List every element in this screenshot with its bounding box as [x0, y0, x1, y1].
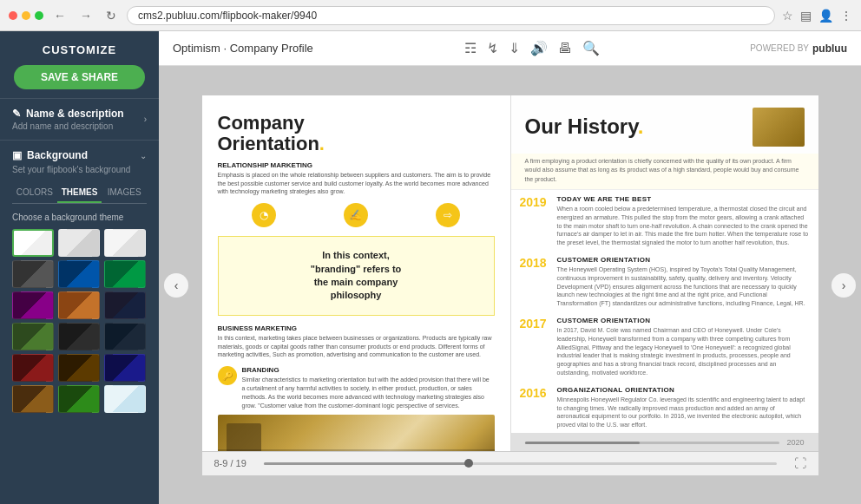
address-bar[interactable]: cms2.publuu.com/flipbook-maker/9940	[127, 6, 775, 25]
image-icon: ▣	[12, 149, 22, 161]
theme-swatch-14[interactable]	[104, 354, 146, 382]
flipbook-pages: CompanyOrientation. RELATIONSHIP MARKETI…	[202, 95, 818, 451]
back-button[interactable]: ←	[50, 7, 69, 24]
theme-swatch-4[interactable]	[58, 260, 100, 288]
choose-theme-label: Choose a background theme	[12, 213, 147, 222]
branding-title: BRANDING	[242, 366, 495, 374]
theme-swatch-7[interactable]	[58, 291, 100, 319]
theme-grid	[12, 229, 147, 413]
page-left-content: CompanyOrientation. RELATIONSHIP MARKETI…	[202, 95, 510, 451]
year-2018: 2018	[520, 256, 550, 308]
fullscreen-icon[interactable]: ⛶	[794, 456, 806, 470]
profile-icon[interactable]: 👤	[818, 9, 833, 23]
circle-icon-1: ◔	[252, 203, 276, 227]
pencil-icon: ✎	[12, 108, 21, 120]
theme-swatch-13[interactable]	[58, 354, 100, 382]
timeline-progress: 2020	[511, 433, 818, 451]
branding-row: 🔑 BRANDING Similar characteristics to ma…	[218, 366, 495, 409]
progress-year-label: 2020	[786, 438, 804, 447]
progress-thumb[interactable]	[464, 459, 473, 468]
theme-swatch-10[interactable]	[58, 323, 100, 350]
sidebar-title: CUSTOMIZE	[14, 43, 145, 56]
year-2019: 2019	[520, 195, 550, 247]
room-image	[218, 415, 495, 450]
timeline-title-2016: ORGANIZATIONAL ORIENTATION	[557, 386, 810, 394]
name-section-header[interactable]: ✎ Name & description Add name and descri…	[12, 108, 147, 131]
bg-section-title: ▣ Background	[12, 149, 88, 161]
bg-section-subtitle: Set your flipbook's background	[12, 165, 147, 174]
circle-icon-2: ✍	[344, 203, 368, 227]
refresh-button[interactable]: ↻	[102, 7, 120, 24]
powered-by: POWERED BY publuu	[750, 43, 847, 55]
bottom-bar: 8-9 / 19 ⛶	[202, 451, 818, 475]
menu-icon[interactable]: ⋮	[840, 9, 852, 23]
theme-swatch-12[interactable]	[12, 354, 54, 382]
page-counter: 8-9 / 19	[214, 458, 246, 468]
browser-action-icons: ☆ ▤ 👤 ⋮	[782, 9, 852, 23]
bottom-progress-bar[interactable]	[264, 462, 777, 465]
business-title: BUSINESS MARKETING	[218, 324, 495, 332]
progress-track	[525, 442, 780, 444]
highlight-box: In this context,"branding" refers tothe …	[218, 236, 495, 316]
toolbar-title: Optimism · Company Profile	[173, 42, 313, 55]
name-description-section: ✎ Name & description Add name and descri…	[0, 98, 159, 140]
relationship-title: RELATIONSHIP MARKETING	[218, 161, 495, 169]
timeline-title-2017: CUSTOMER ORIENTATION	[557, 317, 810, 324]
flipbook-area: ‹ CompanyOrientation. RELATIONSHIP MARKE…	[159, 66, 861, 504]
year-2017: 2017	[520, 317, 550, 377]
maximize-dot[interactable]	[35, 11, 43, 20]
timeline-item-2019: 2019 TODAY WE ARE THE BEST When a room c…	[520, 195, 810, 247]
zoom-icon[interactable]: 🔍	[582, 40, 600, 56]
theme-swatch-17[interactable]	[104, 385, 146, 413]
tab-images[interactable]: IMAGES	[102, 183, 147, 203]
app-container: CUSTOMIZE SAVE & SHARE ✎ Name & descript…	[0, 31, 861, 504]
theme-swatch-11[interactable]	[104, 323, 146, 350]
prev-page-button[interactable]: ‹	[164, 273, 188, 298]
publuu-brand: publuu	[812, 43, 847, 55]
business-text: In this context, marketing takes place b…	[218, 334, 495, 359]
bg-chevron-down-icon[interactable]: ⌄	[140, 151, 147, 160]
grid-view-icon[interactable]: ☶	[464, 40, 477, 56]
share-icon[interactable]: ↯	[487, 40, 498, 56]
timeline-title-2018: CUSTOMER ORIENTATION	[557, 256, 810, 264]
name-section-subtitle: Add name and description	[12, 121, 124, 131]
main-content: Optimism · Company Profile ☶ ↯ ⇓ 🔊 🖶 🔍 P…	[159, 31, 861, 504]
bookmark-icon[interactable]: ☆	[782, 9, 793, 23]
tab-themes[interactable]: THEMES	[57, 183, 102, 203]
extension-icon[interactable]: ▤	[800, 9, 812, 23]
timeline-text-2017: In 2017, David M. Cole was named Chairma…	[557, 326, 810, 377]
theme-swatch-1[interactable]	[58, 229, 100, 257]
name-section-title: ✎ Name & description	[12, 108, 124, 120]
url-text: cms2.publuu.com/flipbook-maker/9940	[138, 10, 317, 22]
sound-icon[interactable]: 🔊	[530, 40, 548, 56]
theme-swatch-8[interactable]	[104, 291, 146, 319]
download-icon[interactable]: ⇓	[509, 40, 520, 56]
progress-fill	[525, 442, 640, 444]
theme-swatch-3[interactable]	[12, 260, 54, 288]
print-icon[interactable]: 🖶	[558, 41, 572, 56]
theme-swatch-16[interactable]	[58, 385, 100, 413]
minimize-dot[interactable]	[22, 11, 30, 20]
timeline-item-2018: 2018 CUSTOMER ORIENTATION The Honeywell …	[520, 256, 810, 308]
close-dot[interactable]	[9, 11, 17, 20]
bg-section-header: ▣ Background ⌄	[12, 149, 147, 161]
tab-colors[interactable]: COLORS	[12, 183, 57, 203]
theme-swatch-15[interactable]	[12, 385, 54, 413]
theme-swatch-9[interactable]	[12, 323, 54, 350]
relationship-text: Emphasis is placed on the whole relation…	[218, 171, 495, 196]
theme-swatch-6[interactable]	[12, 291, 54, 319]
background-section: ▣ Background ⌄ Set your flipbook's backg…	[0, 140, 159, 504]
timeline: 2019 TODAY WE ARE THE BEST When a room c…	[511, 190, 818, 433]
theme-swatch-2[interactable]	[104, 229, 146, 257]
next-page-button[interactable]: ›	[831, 273, 856, 298]
page-right: Our History. A firm employing a product …	[510, 95, 818, 451]
history-title: Our History.	[525, 115, 644, 139]
chevron-right-icon: ›	[144, 115, 147, 124]
save-share-button[interactable]: SAVE & SHARE	[14, 65, 145, 89]
year-2016: 2016	[520, 386, 550, 429]
theme-swatch-0[interactable]	[12, 229, 54, 257]
theme-swatch-5[interactable]	[104, 260, 146, 288]
timeline-item-2016: 2016 ORGANIZATIONAL ORIENTATION Minneapo…	[520, 386, 810, 429]
history-header: Our History.	[511, 95, 818, 154]
forward-button[interactable]: →	[76, 7, 95, 24]
